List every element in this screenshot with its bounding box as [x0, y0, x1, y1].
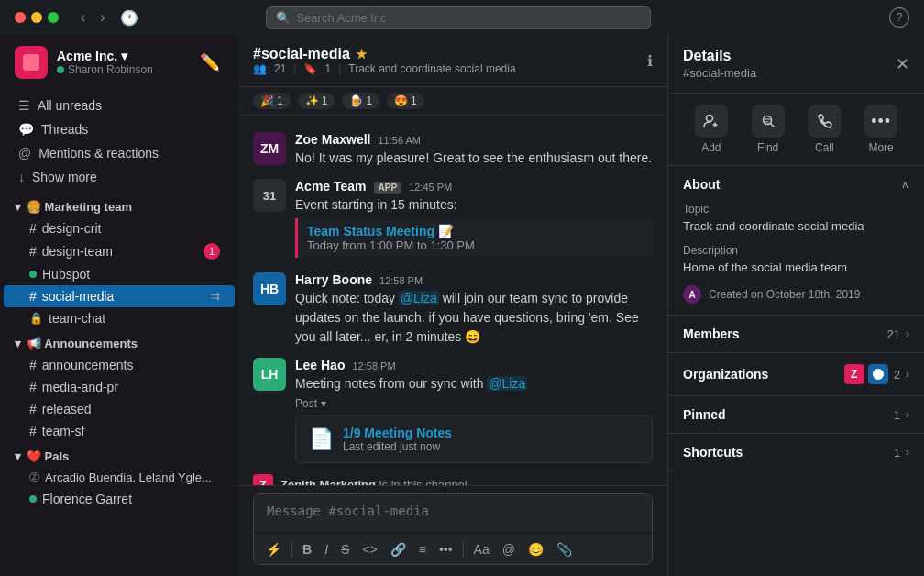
msg-header-lee: Lee Hao 12:58 PM: [295, 358, 653, 372]
lock-icon: 🔒: [29, 312, 43, 325]
find-label: Find: [757, 141, 778, 154]
threads-icon: 💬: [18, 122, 34, 137]
message-lee: LH Lee Hao 12:58 PM Meeting notes from o…: [238, 352, 667, 469]
hash-icon: #: [29, 358, 37, 372]
reaction-sparkle[interactable]: ✨1: [298, 93, 336, 109]
channel-team-sf[interactable]: # team-sf: [4, 420, 235, 442]
avatar-lee: LH: [253, 358, 286, 391]
message-zoe: ZM Zoe Maxwell 11:56 AM No! It was my pl…: [238, 127, 667, 173]
channel-hubspot[interactable]: Hubspot: [4, 263, 235, 285]
section-marketing[interactable]: ▾ 🍔 Marketing team: [0, 193, 238, 217]
channel-dm-florence[interactable]: Florence Garret: [4, 488, 235, 510]
main-layout: Acme Inc. ▾ Sharon Robinson ✏️ ☰ All unr…: [0, 35, 924, 576]
about-section-header[interactable]: About ∧: [668, 166, 924, 203]
search-bar[interactable]: 🔍: [266, 6, 651, 29]
sidebar-item-threads[interactable]: 💬 Threads: [4, 117, 235, 141]
workspace-dropdown-icon: ▾: [121, 49, 127, 63]
hubspot-status-dot: [29, 271, 37, 278]
post-label[interactable]: Post ▾: [295, 397, 653, 410]
event-card[interactable]: Team Status Meeting 📝 Today from 1:00 PM…: [295, 218, 653, 258]
members-icon: 👥: [253, 62, 267, 75]
attachment-button[interactable]: 📎: [552, 538, 577, 560]
link-button[interactable]: 🔗: [386, 538, 411, 560]
mention-button[interactable]: @: [498, 538, 520, 560]
msg-text: No! It was my pleasure! Great to see the…: [295, 149, 653, 168]
section-pals[interactable]: ▾ ❤️ Pals: [0, 442, 238, 467]
channel-released[interactable]: # released: [4, 398, 235, 420]
organizations-section-header[interactable]: Organizations Z 2 ›: [668, 353, 924, 395]
mention-liza2[interactable]: @Liza: [487, 376, 527, 391]
workspace-name[interactable]: Acme Inc. ▾: [57, 49, 187, 63]
channel-design-crit[interactable]: # design-crit: [4, 217, 235, 239]
text-format-button[interactable]: Aa: [469, 538, 494, 560]
channel-team-chat[interactable]: 🔒 team-chat: [4, 307, 235, 329]
emoji-button[interactable]: 😊: [523, 538, 548, 560]
details-header: Details #social-media ✕: [668, 35, 924, 94]
action-more[interactable]: ••• More: [864, 105, 897, 154]
svg-point-0: [706, 116, 712, 122]
section-announcements[interactable]: ▾ 📢 Announcements: [0, 329, 238, 354]
fullscreen-window-btn[interactable]: [48, 12, 59, 23]
search-input[interactable]: [296, 11, 641, 25]
info-button[interactable]: ℹ: [647, 52, 653, 70]
post-meta: Last edited just now: [343, 440, 452, 453]
close-window-btn[interactable]: [15, 12, 26, 23]
bold-button[interactable]: B: [298, 538, 316, 560]
messages-list: ZM Zoe Maxwell 11:56 AM No! It was my pl…: [238, 116, 667, 485]
help-button[interactable]: ?: [889, 7, 909, 28]
code-button[interactable]: <>: [358, 538, 381, 560]
members-chevron: ›: [906, 327, 909, 340]
shortcuts-section-header[interactable]: Shortcuts 1 ›: [668, 434, 924, 471]
org-badges: Z: [844, 364, 888, 384]
workspace-user: Sharon Robinson: [57, 63, 187, 76]
chat-area: #social-media ★ 👥 21 | 🔖 1 | Track and c…: [238, 35, 667, 576]
message-harry: HB Harry Boone 12:58 PM Quick note: toda…: [238, 267, 667, 352]
star-icon[interactable]: ★: [356, 47, 368, 61]
sidebar-item-all-unreads[interactable]: ☰ All unreads: [4, 94, 235, 117]
creator-avatar: A: [683, 285, 701, 304]
members-section-header[interactable]: Members 21 ›: [668, 316, 924, 352]
action-find[interactable]: Find: [752, 105, 785, 154]
reaction-party[interactable]: 🎉1: [253, 93, 291, 109]
list-button[interactable]: ≡: [414, 538, 431, 560]
org-badge-z: Z: [844, 364, 864, 384]
lightning-button[interactable]: ⚡: [261, 538, 286, 560]
reaction-love[interactable]: 😍1: [387, 93, 424, 109]
channel-media-and-pr[interactable]: # media-and-pr: [4, 376, 235, 398]
channel-announcements[interactable]: # announcements: [4, 354, 235, 376]
msg-time: 12:58 PM: [380, 275, 423, 286]
compose-button[interactable]: ✏️: [196, 49, 224, 76]
reaction-beer[interactable]: 🍺1: [342, 93, 380, 109]
zenith-text: Zenith Marketing is in this channel: [280, 478, 468, 486]
msg-content-harry: Harry Boone 12:58 PM Quick note: today @…: [295, 272, 653, 347]
forward-button[interactable]: ›: [96, 7, 108, 28]
post-card[interactable]: 📄 1/9 Meeting Notes Last edited just now: [295, 415, 653, 463]
pinned-section-header[interactable]: Pinned 1 ›: [668, 396, 924, 433]
channel-social-media[interactable]: # social-media ⇉: [4, 285, 235, 307]
channel-design-team[interactable]: # design-team 1: [4, 239, 235, 263]
members-count: 21: [887, 327, 900, 341]
action-call[interactable]: Call: [808, 105, 841, 154]
channel-dm-arcadio[interactable]: Ⓩ Arcadio Buendia, Leland Ygle...: [4, 467, 235, 488]
close-details-button[interactable]: ✕: [896, 54, 909, 74]
event-title: Team Status Meeting 📝: [307, 224, 644, 238]
strikethrough-button[interactable]: S: [336, 538, 354, 560]
italic-button[interactable]: I: [320, 538, 333, 560]
zenith-banner: Z Zenith Marketing is in this channel: [238, 469, 667, 485]
msg-text: Event starting in 15 minutes:: [295, 195, 653, 215]
more-formatting-button[interactable]: •••: [434, 538, 457, 560]
sidebar-item-show-more[interactable]: ↓ Show more: [4, 165, 235, 189]
about-content: Topic Track and coordinate social media …: [668, 203, 924, 315]
organizations-section: Organizations Z 2 ›: [668, 353, 924, 396]
history-button[interactable]: 🕐: [116, 7, 142, 28]
pinned-title: Pinned: [683, 407, 726, 422]
section-arrow: ▾: [15, 337, 21, 350]
toolbar-separator: [292, 541, 292, 558]
mention-liza[interactable]: @Liza: [399, 291, 439, 305]
message-input[interactable]: [254, 494, 652, 531]
back-button[interactable]: ‹: [77, 7, 89, 28]
minimize-window-btn[interactable]: [31, 12, 42, 23]
sidebar-item-mentions[interactable]: @ Mentions & reactions: [4, 141, 235, 165]
action-add[interactable]: Add: [695, 105, 728, 154]
organizations-chevron: ›: [906, 368, 909, 381]
